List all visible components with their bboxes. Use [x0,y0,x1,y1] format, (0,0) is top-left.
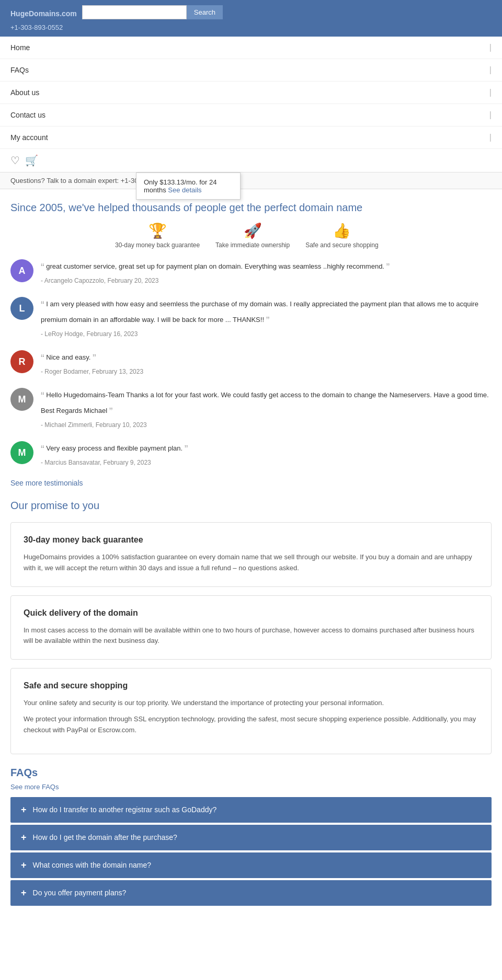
faq-expand-icon: + [21,860,27,871]
testimonial-item: M “ Hello Hugedomains-Team Thanks a lot … [10,388,492,429]
avatar: M [10,441,33,464]
our-promise-title: Our promise to you [10,500,492,512]
promise-icons-row: 🏆 30-day money back guarantee 🚀 Take imm… [115,222,492,249]
testimonial-item: R “ Nice and easy. ” - Roger Bodamer, Fe… [10,350,492,375]
nav-about-divider: | [489,88,492,97]
search-input[interactable] [82,5,187,19]
open-quote-icon: “ [41,352,44,364]
promise-icon-secure: 👍 Safe and secure shopping [305,222,378,249]
promise-icon-ownership: 🚀 Take immediate ownership [215,222,290,249]
nav-faqs[interactable]: FAQs | [0,59,502,82]
avatar: L [10,297,33,320]
testimonial-body: “ Very easy process and flexible payment… [41,441,492,466]
hero-title: Since 2005, we've helped thousands of pe… [10,202,492,214]
secure-icon: 👍 [305,222,378,239]
nav-contact[interactable]: Contact us | [0,104,502,126]
faqs-section: FAQs See more FAQs + How do I transfer t… [10,767,492,906]
avatar: M [10,388,33,411]
testimonial-author: - Roger Bodamer, February 13, 2023 [41,368,492,375]
main-content: Since 2005, we've helped thousands of pe… [0,202,502,906]
testimonial-text: “ Very easy process and flexible payment… [41,441,492,457]
faq-item[interactable]: + How do I transfer to another registrar… [10,797,492,823]
testimonial-item: A “ great customer service, great set up… [10,259,492,284]
open-quote-icon: “ [41,443,44,455]
testimonial-body: “ great customer service, great set up f… [41,259,492,284]
faq-item[interactable]: + What comes with the domain name? [10,852,492,878]
faq-label: Do you offer payment plans? [33,889,127,897]
promo-popup: Only $133.13/mo. for 24 months See detai… [136,172,241,200]
close-quote-icon: ” [386,261,390,273]
close-quote-icon: ” [109,406,113,417]
testimonial-author: - Arcangelo Capozzolo, February 20, 2023 [41,277,492,284]
testimonials-list: A “ great customer service, great set up… [10,259,492,466]
avatar: A [10,259,33,282]
search-form: Search [82,5,223,19]
promise-card-delivery-text: In most cases access to the domain will … [24,625,478,647]
promise-card-delivery: Quick delivery of the domain In most cas… [10,595,492,660]
faq-expand-icon: + [21,887,27,898]
faq-item[interactable]: + How do I get the domain after the purc… [10,825,492,850]
nav-account-divider: | [489,133,492,142]
testimonial-text: “ great customer service, great set up f… [41,259,492,275]
promise-card-guarantee-text: HugeDomains provides a 100% satisfaction… [24,552,478,574]
testimonial-item: L “ I am very pleased with how easy and … [10,297,492,338]
see-more-faqs-link[interactable]: See more FAQs [10,783,492,791]
see-more-testimonials-link[interactable]: See more testimonials [10,479,492,487]
nav-home-divider: | [489,43,492,52]
promise-card-guarantee-title: 30-day money back guarantee [24,535,478,545]
nav-about[interactable]: About us | [0,82,502,104]
wishlist-icon[interactable]: ♡ [10,154,20,167]
nav-my-account[interactable]: My account | [0,126,502,149]
testimonial-body: “ I am very pleased with how easy and se… [41,297,492,338]
nav-contact-divider: | [489,110,492,120]
faq-label: What comes with the domain name? [33,861,151,869]
ownership-icon: 🚀 [215,222,290,239]
avatar: R [10,350,33,373]
close-quote-icon: ” [266,315,270,326]
faq-label: How do I transfer to another registrar s… [33,805,217,814]
testimonial-text: “ I am very pleased with how easy and se… [41,297,492,328]
faq-expand-icon: + [21,804,27,815]
testimonial-author: - Marcius Bansavatar, February 9, 2023 [41,459,492,466]
testimonial-text: “ Hello Hugedomains-Team Thanks a lot fo… [41,388,492,419]
faqs-list: + How do I transfer to another registrar… [10,797,492,906]
nav-icon-row: ♡ 🛒 [0,149,502,172]
promise-card-delivery-title: Quick delivery of the domain [24,608,478,618]
nav-faqs-divider: | [489,65,492,75]
header-phone: +1-303-893-0552 [10,24,492,31]
cart-icon[interactable]: 🛒 [25,154,38,167]
logo-suffix: .com [60,9,77,18]
promo-bar: Questions? Talk to a domain expert: +1-3… [0,172,502,189]
promise-card-secure: Safe and secure shopping Your online saf… [10,668,492,754]
testimonial-body: “ Nice and easy. ” - Roger Bodamer, Febr… [41,350,492,375]
promise-icon-guarantee: 🏆 30-day money back guarantee [115,222,200,249]
faq-label: How do I get the domain after the purcha… [33,833,177,841]
close-quote-icon: ” [185,443,188,455]
faq-item[interactable]: + Do you offer payment plans? [10,880,492,906]
promise-card-secure-text1: Your online safety and security is our t… [24,698,478,735]
testimonial-author: - Michael Zimmerli, February 10, 2023 [41,421,492,429]
faqs-title: FAQs [10,767,492,779]
testimonial-item: M “ Very easy process and flexible payme… [10,441,492,466]
open-quote-icon: “ [41,299,44,310]
main-nav: Home | FAQs | About us | Contact us | My… [0,37,502,172]
promo-see-details-link[interactable]: See details [168,186,201,194]
faq-expand-icon: + [21,832,27,843]
nav-home[interactable]: Home | [0,37,502,59]
open-quote-icon: “ [41,261,44,273]
close-quote-icon: ” [93,352,96,364]
site-logo: HugeDomains.com [10,6,77,19]
guarantee-icon: 🏆 [115,222,200,239]
testimonial-text: “ Nice and easy. ” [41,350,492,366]
testimonial-author: - LeRoy Hodge, February 16, 2023 [41,330,492,338]
logo-text: HugeDomains [10,9,60,18]
promise-card-guarantee: 30-day money back guarantee HugeDomains … [10,522,492,587]
site-header: HugeDomains.com Search +1-303-893-0552 [0,0,502,37]
promise-card-secure-title: Safe and secure shopping [24,681,478,690]
search-button[interactable]: Search [187,5,223,19]
open-quote-icon: “ [41,390,44,401]
promise-section: 30-day money back guarantee HugeDomains … [10,522,492,754]
testimonial-body: “ Hello Hugedomains-Team Thanks a lot fo… [41,388,492,429]
